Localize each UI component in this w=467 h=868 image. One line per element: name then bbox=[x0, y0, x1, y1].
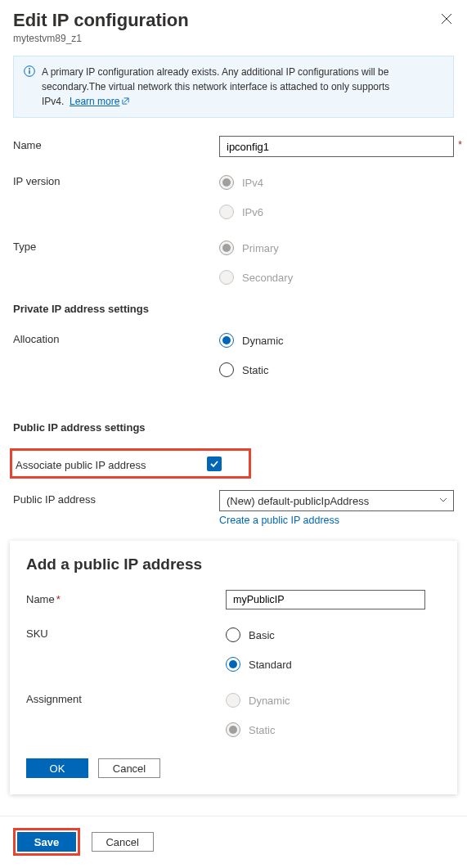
public-ip-select[interactable]: (New) default-publicIpAddress bbox=[219, 490, 454, 511]
required-indicator: * bbox=[458, 139, 462, 151]
allocation-label: Allocation bbox=[13, 330, 219, 345]
info-banner: A primary IP configuration already exist… bbox=[13, 56, 454, 118]
private-ip-header: Private IP address settings bbox=[13, 303, 454, 315]
radio-icon bbox=[219, 270, 234, 285]
check-icon bbox=[209, 459, 219, 469]
ip-version-ipv6: IPv6 bbox=[219, 201, 454, 223]
radio-icon bbox=[219, 175, 234, 190]
assignment-static: Static bbox=[226, 719, 441, 740]
popup-name-label: Name* bbox=[26, 590, 226, 605]
svg-point-1 bbox=[29, 68, 30, 70]
ip-version-ipv4: IPv4 bbox=[219, 172, 454, 193]
close-icon bbox=[441, 13, 452, 25]
popup-title: Add a public IP address bbox=[26, 555, 441, 573]
radio-icon bbox=[219, 241, 234, 255]
page-title: Edit IP configuration bbox=[13, 10, 189, 31]
allocation-static[interactable]: Static bbox=[219, 359, 454, 380]
radio-icon bbox=[226, 627, 240, 642]
create-public-ip-link[interactable]: Create a public IP address bbox=[219, 515, 339, 526]
radio-icon bbox=[226, 722, 240, 737]
svg-rect-2 bbox=[29, 70, 29, 74]
radio-icon bbox=[226, 657, 240, 672]
required-indicator: * bbox=[56, 593, 61, 605]
radio-icon bbox=[219, 362, 234, 377]
radio-icon bbox=[219, 205, 234, 219]
info-icon bbox=[24, 65, 35, 109]
learn-more-link[interactable]: Learn more bbox=[70, 96, 129, 107]
popup-ok-button[interactable]: OK bbox=[26, 758, 88, 778]
associate-highlight: Associate public IP address bbox=[10, 448, 251, 479]
footer-separator bbox=[0, 816, 467, 816]
public-ip-selected: (New) default-publicIpAddress bbox=[227, 495, 369, 507]
sku-label: SKU bbox=[26, 624, 226, 640]
associate-checkbox[interactable] bbox=[207, 456, 222, 471]
assignment-dynamic: Dynamic bbox=[226, 690, 441, 711]
type-label: Type bbox=[13, 237, 219, 253]
save-button[interactable]: Save bbox=[17, 832, 76, 852]
type-primary: Primary bbox=[219, 237, 454, 259]
sku-basic[interactable]: Basic bbox=[226, 624, 441, 645]
public-ip-label: Public IP address bbox=[13, 490, 219, 506]
allocation-dynamic[interactable]: Dynamic bbox=[219, 330, 454, 351]
type-secondary: Secondary bbox=[219, 267, 454, 288]
external-link-icon bbox=[122, 96, 129, 107]
name-input[interactable] bbox=[219, 136, 454, 157]
public-ip-header: Public IP address settings bbox=[13, 421, 454, 434]
radio-icon bbox=[219, 333, 234, 348]
radio-icon bbox=[226, 693, 240, 708]
save-highlight: Save bbox=[13, 828, 80, 856]
associate-label: Associate public IP address bbox=[12, 456, 207, 471]
cancel-button[interactable]: Cancel bbox=[92, 832, 154, 852]
resource-subtitle: mytestvm89_z1 bbox=[13, 33, 189, 44]
add-public-ip-popup: Add a public IP address Name* SKU Basic bbox=[10, 541, 457, 794]
name-label: Name bbox=[13, 136, 219, 151]
close-button[interactable] bbox=[438, 10, 456, 30]
popup-cancel-button[interactable]: Cancel bbox=[98, 758, 160, 778]
assignment-label: Assignment bbox=[26, 690, 226, 705]
popup-name-input[interactable] bbox=[226, 590, 425, 609]
chevron-down-icon bbox=[438, 495, 448, 507]
sku-standard[interactable]: Standard bbox=[226, 654, 441, 675]
ip-version-label: IP version bbox=[13, 172, 219, 187]
